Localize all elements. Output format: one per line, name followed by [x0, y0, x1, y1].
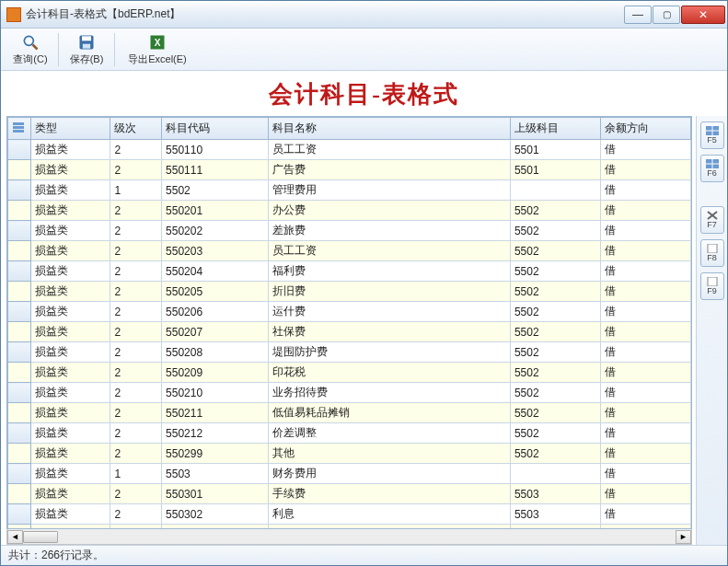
cell-level[interactable]: 2: [110, 444, 162, 464]
f6-button[interactable]: F6: [700, 155, 724, 182]
cell-level[interactable]: 2: [110, 484, 162, 504]
cell-level[interactable]: 2: [110, 302, 162, 322]
cell-parent[interactable]: 5502: [510, 322, 600, 342]
cell-type[interactable]: 损益类: [30, 464, 110, 484]
save-button[interactable]: 保存(B): [64, 30, 109, 69]
cell-level[interactable]: 2: [110, 160, 162, 180]
cell-code[interactable]: 550203: [162, 241, 269, 261]
scroll-right-arrow[interactable]: ►: [676, 530, 691, 544]
cell-code[interactable]: 550209: [162, 363, 269, 383]
cell-parent[interactable]: 5502: [510, 383, 600, 403]
cell-level[interactable]: 2: [110, 221, 162, 241]
col-header-name[interactable]: 科目名称: [268, 118, 510, 140]
cell-parent[interactable]: 5502: [510, 363, 600, 383]
f8-button[interactable]: F8: [700, 239, 724, 267]
cell-parent[interactable]: 5502: [510, 241, 600, 261]
cell-name[interactable]: 折旧费: [268, 282, 510, 302]
row-header[interactable]: [8, 484, 31, 504]
cell-type[interactable]: 损益类: [30, 261, 110, 282]
cell-type[interactable]: 损益类: [30, 201, 110, 221]
cell-dir[interactable]: 借: [600, 444, 690, 464]
cell-code[interactable]: 550206: [162, 302, 269, 322]
cell-level[interactable]: 2: [110, 342, 162, 363]
cell-code[interactable]: 550302: [162, 504, 269, 525]
cell-dir[interactable]: 借: [600, 342, 690, 363]
table-row[interactable]: 损益类2550210业务招待费5502借: [8, 383, 691, 403]
cell-code[interactable]: 550205: [162, 282, 269, 302]
cell-name[interactable]: 广告费: [268, 160, 510, 180]
table-row[interactable]: 损益类2550110员工工资5501借: [8, 140, 691, 160]
horizontal-scrollbar[interactable]: ◄ ►: [6, 529, 692, 545]
cell-type[interactable]: 损益类: [30, 504, 110, 525]
cell-name[interactable]: 价差调整: [268, 423, 510, 444]
scroll-thumb[interactable]: [23, 531, 58, 543]
row-header[interactable]: [8, 403, 31, 423]
cell-name[interactable]: 营业外支出: [268, 525, 510, 530]
cell-name[interactable]: 利息: [268, 504, 510, 525]
maximize-button[interactable]: ▢: [653, 6, 680, 24]
table-row[interactable]: 损益类2550203员工工资5502借: [8, 241, 691, 261]
cell-name[interactable]: 财务费用: [268, 464, 510, 484]
data-grid[interactable]: 类型 级次 科目代码 科目名称 上级科目 余额方向 损益类2550110员工工资…: [6, 116, 692, 529]
cell-parent[interactable]: [510, 180, 600, 201]
row-header[interactable]: [8, 383, 31, 403]
cell-parent[interactable]: 5502: [510, 302, 600, 322]
cell-type[interactable]: 损益类: [30, 403, 110, 423]
table-row[interactable]: 损益类2550212价差调整5502借: [8, 423, 691, 444]
cell-code[interactable]: 550301: [162, 484, 269, 504]
cell-parent[interactable]: 5501: [510, 160, 600, 180]
scroll-left-arrow[interactable]: ◄: [7, 530, 23, 544]
cell-level[interactable]: 2: [110, 241, 162, 261]
cell-name[interactable]: 其他: [268, 444, 510, 464]
row-header[interactable]: [8, 464, 31, 484]
cell-parent[interactable]: 5502: [510, 221, 600, 241]
table-row[interactable]: 损益类15601营业外支出借: [8, 525, 691, 530]
cell-dir[interactable]: 借: [600, 302, 690, 322]
cell-dir[interactable]: 借: [600, 423, 690, 444]
col-header-parent[interactable]: 上级科目: [510, 118, 600, 140]
cell-level[interactable]: 2: [110, 423, 162, 444]
cell-type[interactable]: 损益类: [30, 383, 110, 403]
cell-level[interactable]: 1: [110, 525, 162, 530]
cell-type[interactable]: 损益类: [30, 423, 110, 444]
cell-dir[interactable]: 借: [600, 525, 690, 530]
cell-level[interactable]: 2: [110, 322, 162, 342]
cell-parent[interactable]: 5502: [510, 423, 600, 444]
cell-name[interactable]: 员工工资: [268, 241, 510, 261]
table-row[interactable]: 损益类2550299其他5502借: [8, 444, 691, 464]
cell-dir[interactable]: 借: [600, 241, 690, 261]
cell-parent[interactable]: 5502: [510, 201, 600, 221]
row-header[interactable]: [8, 444, 31, 464]
col-header-code[interactable]: 科目代码: [162, 118, 269, 140]
row-header[interactable]: [8, 221, 31, 241]
export-excel-button[interactable]: X 导出Excel(E): [121, 30, 194, 69]
cell-level[interactable]: 2: [110, 201, 162, 221]
cell-name[interactable]: 手续费: [268, 484, 510, 504]
cell-parent[interactable]: 5502: [510, 444, 600, 464]
cell-type[interactable]: 损益类: [30, 342, 110, 363]
f5-button[interactable]: F5: [700, 121, 724, 149]
cell-dir[interactable]: 借: [600, 282, 690, 302]
col-header-dir[interactable]: 余额方向: [600, 118, 690, 140]
cell-parent[interactable]: 5502: [510, 282, 600, 302]
cell-parent[interactable]: 5502: [510, 261, 600, 282]
table-row[interactable]: 损益类2550201办公费5502借: [8, 201, 691, 221]
cell-name[interactable]: 福利费: [268, 261, 510, 282]
table-row[interactable]: 损益类2550205折旧费5502借: [8, 282, 691, 302]
cell-dir[interactable]: 借: [600, 464, 690, 484]
cell-type[interactable]: 损益类: [30, 282, 110, 302]
cell-name[interactable]: 业务招待费: [268, 383, 510, 403]
cell-parent[interactable]: [510, 464, 600, 484]
table-row[interactable]: 损益类2550111广告费5501借: [8, 160, 691, 180]
cell-type[interactable]: 损益类: [30, 221, 110, 241]
row-header[interactable]: [8, 180, 31, 201]
cell-name[interactable]: 堤围防护费: [268, 342, 510, 363]
cell-parent[interactable]: [510, 525, 600, 530]
table-row[interactable]: 损益类2550204福利费5502借: [8, 261, 691, 282]
cell-level[interactable]: 2: [110, 363, 162, 383]
table-row[interactable]: 损益类2550206运什费5502借: [8, 302, 691, 322]
cell-dir[interactable]: 借: [600, 504, 690, 525]
cell-code[interactable]: 550299: [162, 444, 269, 464]
f7-button[interactable]: F7: [700, 206, 724, 234]
cell-dir[interactable]: 借: [600, 363, 690, 383]
